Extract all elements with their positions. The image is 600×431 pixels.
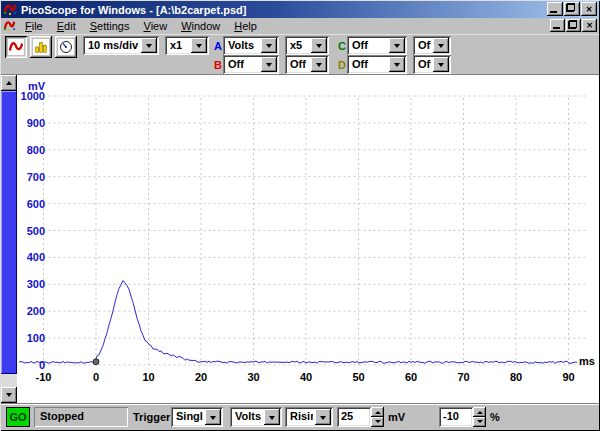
chevron-down-icon[interactable] bbox=[205, 409, 221, 425]
channel-c-label: C bbox=[338, 40, 346, 52]
channel-a-offset-scrollbar[interactable] bbox=[1, 75, 17, 403]
menu-edit[interactable]: Edit bbox=[50, 19, 83, 33]
x-tick-label: 50 bbox=[339, 371, 379, 383]
pretrigger-input[interactable]: -10 bbox=[439, 407, 473, 427]
mdi-child-icon[interactable] bbox=[3, 19, 16, 33]
channel-c-range-select[interactable]: Off bbox=[347, 36, 407, 55]
chevron-down-icon[interactable] bbox=[311, 57, 327, 72]
threshold-unit-label: mV bbox=[388, 411, 405, 423]
sine-wave-icon bbox=[8, 39, 24, 55]
multiplier-value: x1 bbox=[165, 36, 189, 55]
chevron-down-icon[interactable] bbox=[141, 38, 157, 53]
x-tick-label: 0 bbox=[76, 371, 116, 383]
trigger-threshold-input[interactable]: 25 bbox=[337, 407, 371, 427]
x-tick-label: 20 bbox=[181, 371, 221, 383]
mdi-minimize-button[interactable] bbox=[550, 19, 565, 32]
minimize-button[interactable] bbox=[547, 2, 563, 16]
arrow-down-icon bbox=[6, 393, 12, 400]
menu-bar: FileEditSettingsViewWindowHelp ✕ bbox=[1, 18, 599, 34]
channel-a-range-select[interactable]: Volts bbox=[223, 36, 279, 55]
menu-window[interactable]: Window bbox=[174, 19, 227, 33]
mdi-restore-button[interactable] bbox=[566, 19, 581, 32]
chart-area: mV ms 01002003004005006007008009001000 -… bbox=[1, 75, 599, 403]
app-icon bbox=[3, 2, 17, 17]
status-text: Stopped bbox=[34, 407, 128, 427]
arrow-down-icon bbox=[375, 420, 381, 426]
step-down-button[interactable] bbox=[473, 417, 486, 427]
scrollbar-thumb[interactable] bbox=[1, 91, 17, 374]
y-tick-label: 1000 bbox=[18, 90, 45, 102]
chevron-down-icon[interactable] bbox=[315, 409, 331, 425]
chevron-down-icon[interactable] bbox=[389, 57, 405, 72]
go-button[interactable]: GO bbox=[6, 407, 30, 427]
y-tick-label: 200 bbox=[18, 305, 45, 317]
chevron-down-icon[interactable] bbox=[389, 38, 405, 53]
arrow-up-icon bbox=[375, 408, 381, 414]
y-tick-label: 400 bbox=[18, 251, 45, 263]
channel-b-range-select[interactable]: Off bbox=[223, 55, 279, 74]
pretrigger-stepper[interactable] bbox=[473, 407, 486, 427]
trigger-source-select[interactable]: Volts bbox=[230, 407, 282, 427]
gauge-icon bbox=[58, 39, 74, 55]
menu-settings[interactable]: Settings bbox=[83, 19, 137, 33]
channel-b-multiplier-select[interactable]: Off bbox=[285, 55, 329, 74]
trigger-edge-select[interactable]: Rising bbox=[285, 407, 333, 427]
bar-spectrum-icon bbox=[33, 39, 49, 55]
timebase-multiplier-select[interactable]: x1 bbox=[165, 36, 209, 55]
menu-file[interactable]: File bbox=[18, 19, 50, 33]
channel-d-range-select[interactable]: Off bbox=[347, 55, 407, 74]
x-tick-label: 40 bbox=[286, 371, 326, 383]
menu-view[interactable]: View bbox=[136, 19, 174, 33]
arrow-up-icon bbox=[6, 78, 12, 85]
arrow-up-icon bbox=[477, 408, 483, 414]
spectrum-view-button[interactable] bbox=[30, 36, 52, 58]
mdi-close-button[interactable]: ✕ bbox=[582, 19, 597, 32]
channel-c-multiplier-select[interactable]: Off bbox=[413, 36, 451, 55]
channel-d-label: D bbox=[338, 59, 346, 71]
chevron-down-icon[interactable] bbox=[261, 57, 277, 72]
chevron-down-icon[interactable] bbox=[433, 38, 449, 53]
trigger-label: Trigger bbox=[133, 411, 170, 423]
chevron-down-icon[interactable] bbox=[264, 409, 280, 425]
meter-view-button[interactable] bbox=[55, 36, 77, 58]
chevron-down-icon[interactable] bbox=[191, 38, 207, 53]
restore-icon bbox=[569, 21, 576, 28]
waveform-plot bbox=[1, 75, 599, 403]
title-bar: PicoScope for Windows - [A:\b2carpet.psd… bbox=[1, 1, 599, 18]
chevron-down-icon[interactable] bbox=[311, 38, 327, 53]
step-up-button[interactable] bbox=[371, 407, 384, 417]
x-tick-label: 10 bbox=[129, 371, 169, 383]
step-up-button[interactable] bbox=[473, 407, 486, 417]
y-tick-label: 0 bbox=[18, 359, 45, 371]
timebase-select[interactable]: 10 ms/div bbox=[83, 36, 159, 55]
y-tick-label: 100 bbox=[18, 332, 45, 344]
x-tick-label: 60 bbox=[391, 371, 431, 383]
toolbar: 10 ms/div x1 A Volts x5 C Off Off B bbox=[1, 34, 599, 75]
y-tick-label: 900 bbox=[18, 117, 45, 129]
scroll-down-button[interactable] bbox=[1, 387, 17, 403]
arrow-down-icon bbox=[477, 420, 483, 426]
chevron-down-icon[interactable] bbox=[261, 38, 277, 53]
menu-help[interactable]: Help bbox=[227, 19, 264, 33]
y-tick-label: 600 bbox=[18, 198, 45, 210]
y-tick-label: 300 bbox=[18, 278, 45, 290]
channel-a-label: A bbox=[214, 40, 222, 52]
picoscope-window: PicoScope for Windows - [A:\b2carpet.psd… bbox=[0, 0, 600, 431]
scope-view-button[interactable] bbox=[5, 36, 27, 58]
close-button[interactable]: ✕ bbox=[581, 2, 597, 16]
threshold-stepper[interactable] bbox=[371, 407, 384, 427]
close-icon: ✕ bbox=[586, 21, 593, 30]
chevron-down-icon[interactable] bbox=[433, 57, 449, 72]
step-down-button[interactable] bbox=[371, 417, 384, 427]
channel-d-multiplier-select[interactable]: Off bbox=[413, 55, 451, 74]
minimize-icon bbox=[553, 27, 560, 29]
window-title: PicoScope for Windows - [A:\b2carpet.psd… bbox=[21, 4, 246, 16]
scroll-up-button[interactable] bbox=[1, 75, 17, 91]
restore-icon bbox=[567, 4, 574, 11]
minimize-icon bbox=[550, 11, 557, 13]
timebase-value: 10 ms/div bbox=[83, 36, 139, 55]
y-tick-label: 700 bbox=[18, 171, 45, 183]
trigger-mode-select[interactable]: Single bbox=[171, 407, 223, 427]
restore-button[interactable] bbox=[564, 2, 580, 16]
channel-a-multiplier-select[interactable]: x5 bbox=[285, 36, 329, 55]
